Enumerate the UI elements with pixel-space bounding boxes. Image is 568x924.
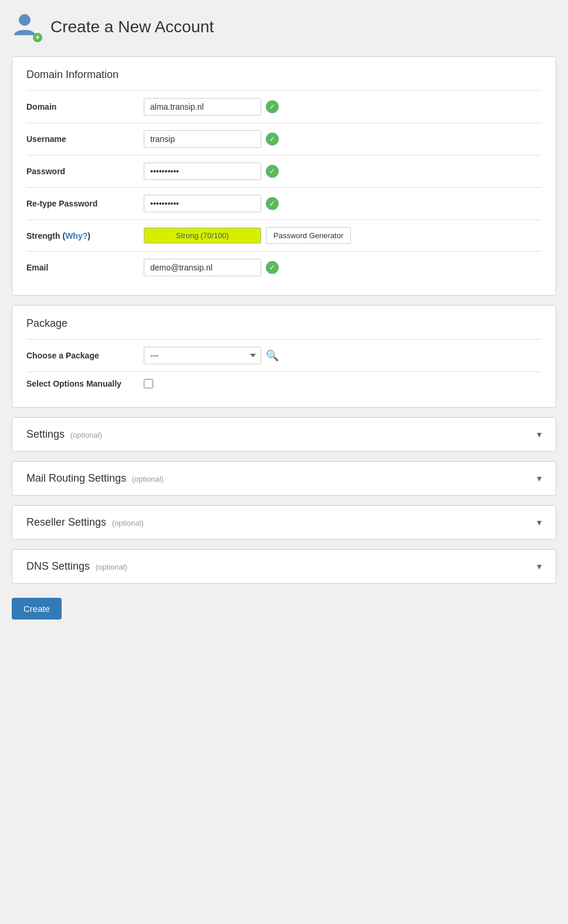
email-control: ✓ <box>144 259 542 276</box>
domain-control: ✓ <box>144 98 542 116</box>
username-valid-icon: ✓ <box>266 133 279 145</box>
collapsible-optional-mail-routing: (optional) <box>130 475 164 483</box>
password-control: ✓ <box>144 163 542 180</box>
domain-label: Domain <box>26 102 144 111</box>
select-manually-label: Select Options Manually <box>26 379 144 388</box>
password-generator-button[interactable]: Password Generator <box>266 227 351 244</box>
collapsible-card-mail-routing: Mail Routing Settings (optional)▾ <box>12 461 556 496</box>
password-row: Password ✓ <box>26 155 542 187</box>
package-card: Package Choose a Package --- 🔍 Select Op… <box>12 305 556 408</box>
select-manually-control <box>144 379 153 388</box>
plus-badge: + <box>33 33 42 42</box>
retype-password-input[interactable] <box>144 195 261 212</box>
email-valid-icon: ✓ <box>266 261 279 274</box>
username-control: ✓ <box>144 130 542 148</box>
strength-control: Strong (70/100) Password Generator <box>144 227 542 244</box>
select-manually-row: Select Options Manually <box>26 371 542 395</box>
page-title: Create a New Account <box>50 18 214 36</box>
collapsible-title-reseller: Reseller Settings (optional) <box>26 516 144 529</box>
password-valid-icon: ✓ <box>266 165 279 178</box>
collapsible-header-mail-routing[interactable]: Mail Routing Settings (optional)▾ <box>12 462 556 495</box>
user-add-icon: + <box>12 12 42 42</box>
collapsible-title-mail-routing: Mail Routing Settings (optional) <box>26 472 164 485</box>
email-row: Email ✓ <box>26 251 542 283</box>
retype-password-label: Re-type Password <box>26 199 144 208</box>
collapsible-card-reseller: Reseller Settings (optional)▾ <box>12 505 556 540</box>
page-header: + Create a New Account <box>12 12 556 42</box>
svg-point-0 <box>19 14 31 26</box>
collapsible-title-dns: DNS Settings (optional) <box>26 560 127 573</box>
strength-label: Strength (Why?) <box>26 231 144 241</box>
password-input[interactable] <box>144 163 261 180</box>
password-label: Password <box>26 167 144 176</box>
domain-valid-icon: ✓ <box>266 100 279 113</box>
strength-bar: Strong (70/100) <box>144 228 261 243</box>
retype-password-control: ✓ <box>144 195 542 212</box>
collapsible-sections: Settings (optional)▾Mail Routing Setting… <box>12 417 556 584</box>
username-label: Username <box>26 134 144 144</box>
choose-package-row: Choose a Package --- 🔍 <box>26 339 542 371</box>
retype-password-valid-icon: ✓ <box>266 197 279 210</box>
chevron-down-icon-settings: ▾ <box>537 429 542 440</box>
choose-package-label: Choose a Package <box>26 351 144 360</box>
chevron-down-icon-reseller: ▾ <box>537 517 542 528</box>
domain-input[interactable] <box>144 98 261 116</box>
collapsible-card-dns: DNS Settings (optional)▾ <box>12 549 556 584</box>
email-input[interactable] <box>144 259 261 276</box>
domain-information-card: Domain Information Domain ✓ Username ✓ P… <box>12 56 556 296</box>
username-row: Username ✓ <box>26 123 542 155</box>
chevron-down-icon-mail-routing: ▾ <box>537 473 542 484</box>
why-link[interactable]: Why? <box>65 231 87 241</box>
collapsible-optional-settings: (optional) <box>68 431 102 439</box>
username-input[interactable] <box>144 130 261 148</box>
domain-section-title: Domain Information <box>26 69 542 81</box>
collapsible-optional-dns: (optional) <box>93 563 127 571</box>
domain-row: Domain ✓ <box>26 90 542 123</box>
collapsible-card-settings: Settings (optional)▾ <box>12 417 556 452</box>
collapsible-header-settings[interactable]: Settings (optional)▾ <box>12 418 556 451</box>
collapsible-optional-reseller: (optional) <box>110 519 144 527</box>
collapsible-header-dns[interactable]: DNS Settings (optional)▾ <box>12 550 556 583</box>
collapsible-header-reseller[interactable]: Reseller Settings (optional)▾ <box>12 506 556 539</box>
retype-password-row: Re-type Password ✓ <box>26 187 542 219</box>
package-select[interactable]: --- <box>144 347 261 364</box>
strength-row: Strength (Why?) Strong (70/100) Password… <box>26 219 542 251</box>
package-search-icon[interactable]: 🔍 <box>266 349 279 362</box>
select-manually-checkbox[interactable] <box>144 379 153 388</box>
chevron-down-icon-dns: ▾ <box>537 561 542 572</box>
email-label: Email <box>26 263 144 272</box>
collapsible-title-settings: Settings (optional) <box>26 428 102 441</box>
package-section-title: Package <box>26 317 542 330</box>
create-button[interactable]: Create <box>12 598 62 620</box>
choose-package-control: --- 🔍 <box>144 347 279 364</box>
